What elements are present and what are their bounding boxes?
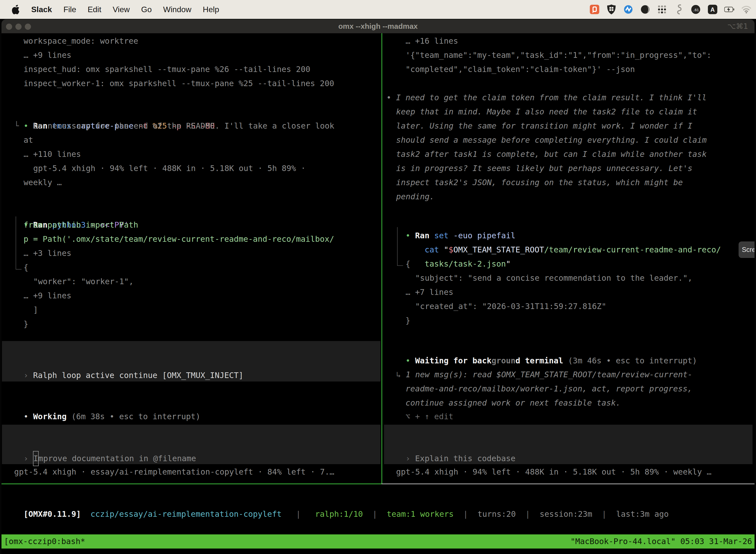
output-line: gpt-5.4 xhigh · 94% left · 488K in · 5.1… bbox=[33, 161, 306, 175]
thinking-line: later. Using the same for transition mig… bbox=[396, 119, 692, 133]
mailbox-note-line: continue assigned work or next feasible … bbox=[405, 396, 621, 410]
output-line: { bbox=[405, 257, 410, 271]
prompt-chevron-icon: › bbox=[405, 454, 415, 463]
tmux-pane-border-bottom-right bbox=[381, 484, 755, 484]
thinking-line: task2 after task1 is complete, but can I… bbox=[396, 147, 707, 161]
thinking-line: should send a message before completing … bbox=[396, 133, 707, 147]
corner-connector-icon: └ bbox=[14, 121, 33, 130]
window-shortcut-hint: ⌥⌘1 bbox=[727, 19, 748, 33]
messaging-badge-icon[interactable] bbox=[623, 4, 633, 15]
waiting-status-line: • Waiting for background terminal (3m 46… bbox=[386, 340, 697, 354]
mailbox-note-line: ↳ 1 new msg(s): read $OMX_TEAM_STATE_ROO… bbox=[396, 368, 692, 382]
command-line: • Ran python3 - <<'PY' bbox=[4, 204, 129, 218]
tmux-status-bar: [omx-cczip0:bash* "MacBook-Pro-44.local"… bbox=[1, 535, 755, 549]
model-status-line-right: gpt-5.4 xhigh · 94% left · 488K in · 5.1… bbox=[396, 465, 712, 479]
prompt-chevron-icon: › bbox=[23, 454, 33, 463]
tmux-host-clock: "MacBook-Pro-44.local" 05:03 31-Mar-26 bbox=[570, 535, 752, 549]
output-line: "created_at": "2026-03-31T11:59:27.816Z" bbox=[415, 299, 607, 314]
command-line: • Ran tmux capture-pane -t %25 -p -S -80 bbox=[4, 105, 215, 119]
bullet-icon: • bbox=[386, 93, 396, 102]
thinking-line: inspect task2's JSON, focusing on the st… bbox=[396, 175, 683, 189]
collapsed-lines-indicator[interactable]: … +16 lines bbox=[405, 34, 458, 48]
omx-version: [OMX#0.11.9] bbox=[23, 509, 81, 519]
collapsed-lines-indicator[interactable]: … +9 lines bbox=[23, 48, 71, 62]
menu-window[interactable]: Window bbox=[163, 5, 191, 14]
menu-bar-status-tray: ..61 A bbox=[589, 4, 752, 15]
prompt-placeholder-right[interactable]: › Explain this codebase bbox=[386, 437, 515, 451]
omx-ralph-counter: ralph:1/10 bbox=[315, 509, 363, 519]
code-line: from pathlib import Path bbox=[23, 218, 138, 232]
code-line: p = Path('.omx/state/team/review-current… bbox=[23, 232, 334, 246]
screen-record-icon[interactable] bbox=[589, 4, 600, 15]
working-status-line: • Working (6m 38s • esc to interrupt) bbox=[4, 395, 200, 409]
menu-file[interactable]: File bbox=[63, 5, 76, 14]
squiggle-icon[interactable] bbox=[674, 4, 684, 15]
tmux-window-label[interactable]: [omx-cczip0:bash* bbox=[4, 535, 85, 549]
omx-last-activity: last:3m ago bbox=[616, 509, 669, 519]
output-line: { bbox=[23, 260, 28, 275]
arrow-down-right-icon: ↳ bbox=[396, 370, 406, 379]
edit-shortcut-hint: ⌥ + ↑ edit bbox=[405, 409, 453, 424]
ralph-notice-line: › Ralph loop active continue [OMX_TMUX_I… bbox=[4, 354, 243, 368]
menu-app-name[interactable]: Slack bbox=[31, 5, 52, 14]
dot-grid-icon[interactable] bbox=[657, 4, 667, 15]
prompt-placeholder-left[interactable]: › Improve documentation in @filename bbox=[4, 437, 196, 451]
thinking-line: is in progress? It seems likely but perh… bbox=[396, 161, 692, 175]
mailbox-note-line: readme-and-reco/mailbox/worker-1.json, a… bbox=[405, 382, 692, 396]
thinking-line: keep that in mind. Maybe I also need the… bbox=[396, 105, 697, 119]
output-line: inspect_worker-1: omx sparkshell --tmux-… bbox=[23, 76, 334, 91]
bullet-icon: • bbox=[405, 356, 415, 365]
output-line: ] bbox=[33, 303, 38, 317]
wifi-icon[interactable] bbox=[741, 4, 752, 15]
omx-team-workers: team:1 workers bbox=[387, 509, 454, 519]
tmux-pane-divider-vertical[interactable] bbox=[381, 33, 382, 484]
output-line: "completed","claim_token":"claim-token"}… bbox=[405, 62, 635, 76]
output-line: inspect_hud: omx sparkshell --tmux-pane … bbox=[23, 62, 310, 76]
macos-menu-bar: Slack File Edit View Go Window Help bbox=[0, 0, 756, 19]
tmux-pane-border-bottom-left bbox=[1, 484, 381, 484]
output-line: at bbox=[23, 133, 33, 147]
chevron-icon: › bbox=[23, 371, 33, 380]
output-line: "worker": "worker-1", bbox=[33, 275, 134, 289]
screenshot-toast[interactable]: Scre bbox=[739, 241, 755, 258]
collapsed-lines-indicator[interactable]: … +9 lines bbox=[23, 289, 71, 303]
apple-menu-icon[interactable] bbox=[11, 4, 20, 15]
collapsed-lines-indicator[interactable]: … +7 lines bbox=[405, 285, 453, 299]
model-status-line-left: gpt-5.4 xhigh · essay/ai-reimplementatio… bbox=[14, 465, 334, 479]
window-title-bar: omx --xhigh --madmax ⌥⌘1 bbox=[1, 19, 755, 33]
shield-grid-icon[interactable] bbox=[606, 4, 617, 15]
omx-status-line: [OMX#0.11.9] cczip/essay/ai-reimplementa… bbox=[4, 493, 669, 507]
output-line: } bbox=[23, 317, 28, 331]
pie-circle-icon[interactable] bbox=[640, 4, 650, 15]
collapsed-lines-indicator[interactable]: … +110 lines bbox=[23, 147, 81, 161]
battery-percent-badge[interactable]: ..61 bbox=[691, 4, 701, 15]
code-line: tasks/task-2.json" bbox=[405, 243, 511, 257]
screen: Slack File Edit View Go Window Help bbox=[0, 0, 756, 554]
output-line: } bbox=[405, 314, 410, 328]
battery-percent-text: ..61 bbox=[693, 8, 699, 12]
menu-go[interactable]: Go bbox=[141, 5, 152, 14]
text-cursor: I bbox=[33, 451, 39, 466]
menu-edit[interactable]: Edit bbox=[87, 5, 101, 14]
collapsed-lines-indicator[interactable]: … +3 lines bbox=[23, 246, 71, 260]
output-line: "subject": "send a concise recommendatio… bbox=[415, 271, 692, 285]
input-source-a-icon[interactable]: A bbox=[707, 4, 718, 15]
battery-charging-icon[interactable] bbox=[724, 4, 735, 15]
code-line: cat "$OMX_TEAM_STATE_ROOT/team/review-cu… bbox=[405, 229, 721, 243]
window-title: omx --xhigh --madmax bbox=[1, 19, 755, 33]
command-line: • Ran set -euo pipefail bbox=[386, 214, 515, 229]
omx-project: cczip/essay/ai-reimplementation-copyleft bbox=[90, 509, 282, 519]
svg-text:A: A bbox=[710, 6, 714, 13]
thinking-line: pending. bbox=[396, 189, 434, 204]
omx-turns: turns:20 bbox=[478, 509, 516, 519]
output-line: └ be necessary for the end of the README… bbox=[14, 119, 334, 133]
output-line: workspace_mode: worktree bbox=[23, 34, 138, 48]
output-line: weekly … bbox=[23, 175, 62, 189]
output-line: '{"team_name":"my-team","task_id":"1","f… bbox=[405, 48, 711, 62]
bullet-icon: • bbox=[23, 412, 33, 421]
menu-view[interactable]: View bbox=[113, 5, 130, 14]
omx-session-time: session:23m bbox=[540, 509, 592, 519]
menu-help[interactable]: Help bbox=[203, 5, 219, 14]
thinking-line: • I need to get the claim token from the… bbox=[386, 91, 707, 105]
